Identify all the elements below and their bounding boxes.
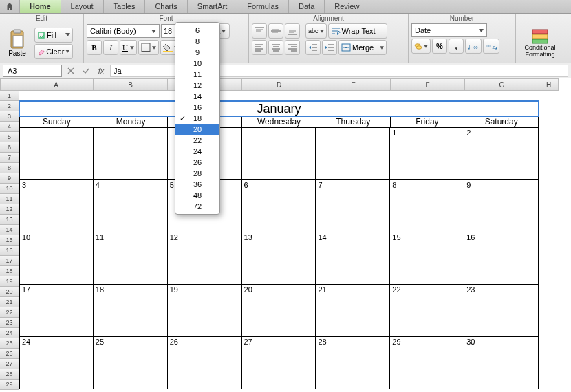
font-size-option-36[interactable]: 36 (175, 179, 219, 190)
calendar-cell[interactable]: 18 (94, 285, 168, 337)
row-header-11[interactable]: 11 (0, 194, 19, 204)
row-header-28[interactable]: 28 (0, 369, 19, 380)
font-size-option-20[interactable]: 20 (175, 124, 219, 135)
row-header-21[interactable]: 21 (0, 297, 19, 307)
row-header-10[interactable]: 10 (0, 184, 19, 194)
italic-button[interactable]: I (103, 40, 118, 55)
increase-indent-button[interactable] (322, 40, 337, 55)
tab-review[interactable]: Review (325, 0, 369, 13)
calendar-cell[interactable]: 15 (390, 232, 464, 285)
calendar-cell[interactable]: 28 (316, 337, 390, 389)
percent-button[interactable]: % (432, 39, 447, 54)
column-header-E[interactable]: E (316, 78, 391, 91)
row-header-5[interactable]: 5 (0, 132, 19, 142)
tab-home-icon[interactable] (0, 0, 20, 13)
fb-enter-button[interactable] (80, 65, 92, 77)
align-center-button[interactable] (268, 40, 283, 55)
calendar-cell[interactable] (242, 128, 316, 180)
calendar-cell[interactable]: 29 (390, 337, 464, 389)
font-size-option-48[interactable]: 48 (175, 190, 219, 201)
font-size-option-12[interactable]: 12 (175, 80, 219, 91)
row-header-4[interactable]: 4 (0, 122, 19, 132)
row-header-18[interactable]: 18 (0, 266, 19, 276)
row-header-12[interactable]: 12 (0, 204, 19, 215)
row-header-14[interactable]: 14 (0, 225, 19, 235)
select-all-corner[interactable] (0, 78, 19, 91)
calendar-day-header[interactable]: Sunday (19, 116, 94, 128)
row-header-15[interactable]: 15 (0, 235, 19, 246)
tab-layout[interactable]: Layout (61, 0, 104, 13)
font-size-option-8[interactable]: 8 (175, 36, 219, 47)
font-size-option-28[interactable]: 28 (175, 168, 219, 179)
row-header-13[interactable]: 13 (0, 215, 19, 225)
decrease-decimal-button[interactable]: .00.0 (483, 39, 499, 54)
font-size-option-11[interactable]: 11 (175, 69, 219, 80)
calendar-cell[interactable] (94, 128, 168, 180)
row-header-8[interactable]: 8 (0, 163, 19, 173)
calendar-cell[interactable]: 4 (94, 180, 168, 232)
column-header-F[interactable]: F (391, 78, 465, 91)
tab-smartart[interactable]: SmartArt (188, 0, 237, 13)
align-middle-button[interactable] (268, 23, 283, 39)
column-header-H[interactable]: H (539, 78, 559, 91)
font-size-option-16[interactable]: 16 (175, 102, 219, 113)
row-header-2[interactable]: 2 (0, 101, 19, 111)
font-size-option-6[interactable]: 6 (175, 25, 219, 36)
row-header-25[interactable]: 25 (0, 338, 19, 349)
conditional-formatting-button[interactable]: Conditional Formatting (519, 25, 561, 62)
font-name-select[interactable]: Calibri (Body) (87, 24, 160, 38)
currency-button[interactable] (411, 39, 431, 54)
calendar-day-header[interactable]: Saturday (464, 116, 539, 128)
row-header-17[interactable]: 17 (0, 256, 19, 266)
fb-fx-button[interactable]: fx (95, 65, 107, 77)
calendar-cell[interactable]: 30 (464, 337, 539, 389)
calendar-title-cell[interactable]: January (19, 101, 539, 116)
calendar-cell[interactable]: 24 (19, 337, 94, 389)
font-size-option-22[interactable]: 22 (175, 135, 219, 146)
font-size-option-72[interactable]: 72 (175, 201, 219, 212)
row-header-26[interactable]: 26 (0, 349, 19, 359)
row-header-1[interactable]: 1 (0, 91, 19, 101)
column-header-A[interactable]: A (19, 78, 94, 91)
row-header-6[interactable]: 6 (0, 142, 19, 153)
font-size-dropdown-list[interactable]: 689101112141618✓2022242628364872 (175, 22, 220, 215)
row-header-22[interactable]: 22 (0, 307, 19, 318)
column-header-B[interactable]: B (94, 78, 168, 91)
decrease-indent-button[interactable] (305, 40, 321, 55)
font-size-option-18[interactable]: 18✓ (175, 113, 219, 124)
orientation-button[interactable]: abc (305, 23, 327, 39)
align-right-button[interactable] (285, 40, 300, 55)
font-size-option-10[interactable]: 10 (175, 58, 219, 69)
tab-formulas[interactable]: Formulas (237, 0, 289, 13)
tab-home[interactable]: Home (20, 0, 61, 13)
calendar-cell[interactable]: 17 (19, 285, 94, 337)
row-header-20[interactable]: 20 (0, 287, 19, 297)
align-bottom-button[interactable] (285, 23, 300, 39)
calendar-cell[interactable]: 3 (19, 180, 94, 232)
calendar-cell[interactable] (316, 128, 390, 180)
calendar-cell[interactable]: 25 (94, 337, 168, 389)
calendar-cell[interactable]: 11 (94, 232, 168, 285)
paste-button[interactable]: Paste (3, 25, 32, 62)
wrap-text-button[interactable]: Wrap Text (328, 23, 387, 39)
calendar-cell[interactable]: 6 (242, 180, 316, 232)
calendar-cell[interactable]: 22 (390, 285, 464, 337)
calendar-cell[interactable] (19, 128, 94, 180)
tab-tables[interactable]: Tables (104, 0, 146, 13)
row-header-9[interactable]: 9 (0, 173, 19, 184)
calendar-cell[interactable]: 26 (168, 337, 242, 389)
font-size-option-24[interactable]: 24 (175, 146, 219, 157)
calendar-cell[interactable]: 10 (19, 232, 94, 285)
clear-button[interactable]: Clear (34, 44, 73, 59)
number-format-select[interactable]: Date (411, 23, 487, 37)
fb-cancel-button[interactable] (65, 65, 77, 77)
calendar-cell[interactable]: 20 (242, 285, 316, 337)
calendar-cell[interactable]: 9 (464, 180, 539, 232)
row-header-16[interactable]: 16 (0, 246, 19, 256)
tab-data[interactable]: Data (289, 0, 325, 13)
row-header-29[interactable]: 29 (0, 380, 19, 390)
row-header-24[interactable]: 24 (0, 328, 19, 338)
calendar-cell[interactable]: 14 (316, 232, 390, 285)
row-header-7[interactable]: 7 (0, 153, 19, 163)
calendar-cell[interactable]: 8 (390, 180, 464, 232)
